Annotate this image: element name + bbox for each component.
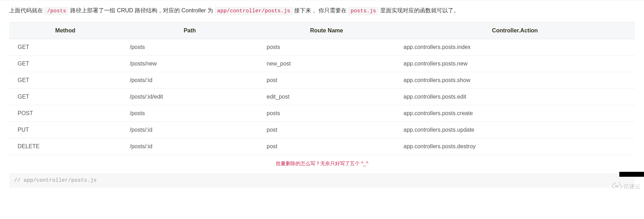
cell-method: GET [9, 72, 121, 89]
table-row: GET/postspostsapp.controllers.posts.inde… [9, 39, 635, 56]
cell-method: GET [9, 39, 121, 56]
cloud-icon [611, 182, 623, 188]
intro-text-1: 上面代码就在 [9, 7, 44, 13]
table-row: GET/posts/:idpostapp.controllers.posts.s… [9, 72, 635, 89]
cell-route: posts [258, 105, 395, 122]
col-path: Path [121, 23, 258, 39]
code-block: // app/controller/posts.js [9, 173, 635, 188]
cell-action: app.controllers.posts.show [395, 72, 635, 89]
cell-path: /posts [121, 39, 258, 56]
col-method: Method [9, 23, 121, 39]
cell-route: post [258, 72, 395, 89]
cell-route: new_post [258, 56, 395, 72]
cell-method: GET [9, 56, 121, 72]
routes-table: Method Path Route Name Controller.Action… [9, 22, 635, 155]
table-row: POST/postspostsapp.controllers.posts.cre… [9, 105, 635, 122]
cell-route: posts [258, 39, 395, 56]
cell-path: /posts/:id [121, 72, 258, 89]
col-controller-action: Controller.Action [395, 23, 635, 39]
cell-action: app.controllers.posts.destroy [395, 138, 635, 155]
cell-path: /posts [121, 105, 258, 122]
intro-text-2: 路径上部署了一组 CRUD 路径结构，对应的 Controller 为 [70, 7, 215, 13]
code-line-comment: // app/controller/posts.js [14, 177, 97, 183]
cell-action: app.controllers.posts.edit [395, 89, 635, 105]
table-body: GET/postspostsapp.controllers.posts.inde… [9, 39, 635, 155]
cell-method: POST [9, 105, 121, 122]
cell-path: /posts/:id/edit [121, 89, 258, 105]
cell-route: post [258, 138, 395, 155]
inline-code-controller-file: app/controller/posts.js [215, 7, 293, 15]
cell-route: edit_post [258, 89, 395, 105]
cell-action: app.controllers.posts.index [395, 39, 635, 56]
table-row: PUT/posts/:idpostapp.controllers.posts.u… [9, 122, 635, 138]
intro-paragraph: 上面代码就在 /posts 路径上部署了一组 CRUD 路径结构，对应的 Con… [9, 6, 635, 16]
table-row: GET/posts/:id/editedit_postapp.controlle… [9, 89, 635, 105]
cell-method: GET [9, 89, 121, 105]
cell-path: /posts/:id [121, 122, 258, 138]
table-row: GET/posts/newnew_postapp.controllers.pos… [9, 56, 635, 72]
inline-code-posts-path: /posts [44, 7, 68, 15]
inline-code-posts-js: posts.js [348, 7, 378, 15]
intro-text-3: 接下来， 你只需要在 [294, 7, 348, 13]
table-row: DELETE/posts/:idpostapp.controllers.post… [9, 138, 635, 155]
cell-method: PUT [9, 122, 121, 138]
cell-action: app.controllers.posts.create [395, 105, 635, 122]
cell-path: /posts/new [121, 56, 258, 72]
col-route-name: Route Name [258, 23, 395, 39]
content-area: 上面代码就在 /posts 路径上部署了一组 CRUD 路径结构，对应的 Con… [0, 6, 644, 188]
cell-action: app.controllers.posts.new [395, 56, 635, 72]
black-bar [619, 172, 644, 177]
table-header-row: Method Path Route Name Controller.Action [9, 23, 635, 39]
cell-method: DELETE [9, 138, 121, 155]
cell-action: app.controllers.posts.update [395, 122, 635, 138]
note-comment: 批量删除的怎么写？无奈只好写了五个 ^_^ [9, 161, 635, 167]
cell-route: post [258, 122, 395, 138]
intro-text-4: 里面实现对应的函数就可以了。 [380, 7, 459, 13]
separator [0, 0, 644, 0]
watermark: 亿速云 [611, 182, 640, 188]
table-header: Method Path Route Name Controller.Action [9, 23, 635, 39]
watermark-text: 亿速云 [624, 183, 640, 188]
cell-path: /posts/:id [121, 138, 258, 155]
